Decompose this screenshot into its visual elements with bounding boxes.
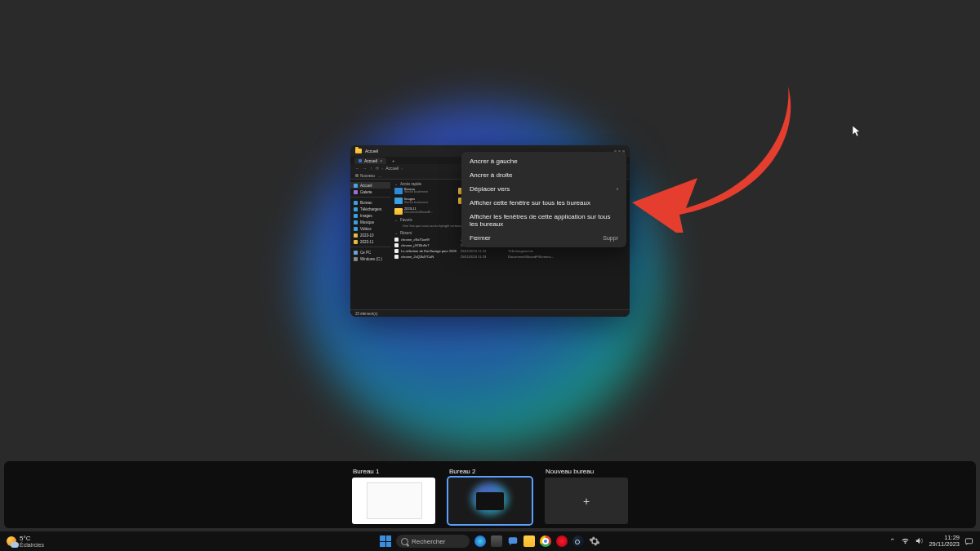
menu-label: Fermer [470, 234, 491, 242]
sidebar-item[interactable]: Accueil [350, 182, 390, 189]
sidebar-icon [354, 201, 358, 205]
sidebar-item[interactable]: Téléchargem. [350, 206, 390, 212]
sidebar-item[interactable]: Windows (C:) [350, 256, 390, 262]
context-menu-item[interactable]: Ancrer à droite [461, 168, 626, 182]
desktop-slot-2[interactable]: Bureau 2 [448, 468, 532, 524]
file-icon [394, 243, 399, 247]
tray-overflow-icon[interactable]: ⌃ [889, 537, 896, 545]
path-segment[interactable]: Accueil [385, 166, 399, 171]
file-location: Documents\SharedF\Screens… [508, 255, 626, 259]
sidebar-item[interactable]: Musique [350, 219, 390, 225]
sidebar-item[interactable]: Images [350, 212, 390, 219]
sidebar-label: Galerie [360, 190, 372, 194]
taskbar-search[interactable]: Rechercher [396, 535, 470, 548]
sidebar-icon [354, 190, 358, 194]
sidebar-label: Bureau [360, 201, 372, 205]
new-button[interactable]: Nouveau [355, 174, 375, 178]
context-menu-item[interactable]: Ancrer à gauche [461, 154, 626, 168]
context-menu-item[interactable]: Afficher les fenêtres de cette applicati… [461, 210, 626, 231]
context-menu-item[interactable]: Déplacer vers› [461, 182, 626, 196]
steam-icon[interactable] [572, 535, 584, 547]
context-menu-item[interactable]: Afficher cette fenêtre sur tous les bure… [461, 196, 626, 210]
menu-label: Afficher les fenêtres de cette applicati… [470, 213, 618, 228]
desktop-label: Bureau 2 [448, 468, 532, 475]
new-desktop-button[interactable]: + [545, 478, 628, 524]
sidebar-label: Images [360, 214, 372, 218]
recent-item[interactable]: chrome_2sQ2k4YCaN29/11/2023 11:23Documen… [394, 254, 626, 260]
menu-label: Ancrer à gauche [470, 158, 518, 165]
sidebar-label: Ce PC [360, 251, 371, 255]
mouse-cursor [853, 126, 861, 137]
volume-icon[interactable] [915, 536, 924, 547]
file-icon [394, 249, 399, 253]
folder-icon [394, 188, 403, 194]
sidebar-item[interactable]: 2023-11 [350, 238, 390, 245]
sidebar-item[interactable]: Vidéos [350, 225, 390, 232]
back-button[interactable]: ← [355, 166, 359, 171]
file-date: 29/11/2023 11:24 [461, 249, 506, 253]
svg-rect-1 [965, 538, 972, 543]
desktop-slot-new[interactable]: Nouveau bureau + [545, 468, 628, 524]
menu-hint: › [617, 186, 618, 192]
taskbar[interactable]: 5°C Éclaircies Rechercher ⌃ 11:29 [0, 531, 980, 551]
section-title: Favoris [400, 218, 412, 222]
caret-icon: ⌄ [394, 182, 398, 186]
file-icon [394, 238, 399, 242]
forward-button[interactable]: → [363, 166, 367, 171]
file-icon [394, 255, 399, 259]
sidebar-label: Windows (C:) [360, 257, 382, 261]
refresh-button[interactable]: ⟳ [376, 166, 379, 171]
weather-widget[interactable]: 5°C Éclaircies [7, 535, 105, 548]
start-button[interactable] [380, 535, 391, 547]
search-placeholder: Rechercher [412, 538, 445, 545]
sidebar-divider [350, 247, 390, 247]
taskbar-clock[interactable]: 11:29 29/11/2023 [929, 535, 960, 548]
item-sub: Documents\SharedF… [404, 211, 434, 215]
caret-icon: ⌄ [394, 218, 398, 222]
chat-icon[interactable] [507, 535, 519, 547]
section-title: Récent [400, 231, 412, 235]
weather-temp: 5°C [20, 535, 44, 542]
sidebar-label: Musique [360, 220, 374, 224]
explorer-tab[interactable]: Accueil × [354, 158, 386, 164]
taskbar-pinned [474, 535, 600, 547]
chrome-icon[interactable] [540, 535, 551, 547]
svg-rect-0 [509, 537, 518, 544]
quick-access-item[interactable]: BureauStocké localement [394, 188, 456, 194]
sidebar-icon [354, 220, 358, 224]
desktop-slot-1[interactable]: Bureau 1 [352, 468, 435, 524]
sidebar-item[interactable]: Ce PC [350, 249, 390, 256]
file-explorer-icon[interactable] [523, 535, 535, 547]
menu-label: Ancrer à droite [470, 171, 512, 179]
sidebar-label: Vidéos [360, 227, 372, 231]
sidebar-item[interactable]: 2023-10 [350, 232, 390, 238]
desktop-thumbnail[interactable] [352, 478, 435, 524]
sidebar-label: 2023-10 [360, 233, 374, 238]
context-menu-item[interactable]: FermerSuppr [461, 231, 626, 245]
wifi-icon[interactable] [901, 536, 910, 547]
tab-close-icon[interactable]: × [380, 158, 382, 163]
quick-access-item[interactable]: 2023-11Documents\SharedF… [394, 207, 456, 214]
sidebar-label: Téléchargem. [360, 207, 383, 211]
quick-access-item[interactable]: ImagesStocké localement [394, 198, 456, 204]
task-view-icon[interactable] [491, 535, 502, 547]
up-button[interactable]: ↑ [370, 166, 372, 171]
system-tray[interactable]: ⌃ 11:29 29/11/2023 [889, 535, 973, 548]
desktop-thumbnail-active[interactable] [448, 478, 532, 524]
sidebar-icon [354, 227, 358, 231]
settings-icon[interactable] [589, 535, 600, 547]
toolbar-overflow[interactable]: … [378, 174, 382, 178]
sidebar-item[interactable]: Galerie [350, 189, 390, 195]
explorer-sidebar: AccueilGalerie BureauTéléchargem.ImagesM… [350, 180, 390, 309]
recent-item[interactable]: La sélection de DocSavage pour 202329/11… [394, 248, 626, 254]
window-context-menu[interactable]: Ancrer à gaucheAncrer à droiteDéplacer v… [461, 152, 626, 247]
file-name: chrome_cNxT5xe9f [401, 238, 458, 242]
new-tab-button[interactable]: + [390, 158, 398, 163]
copilot-icon[interactable] [474, 535, 486, 547]
sidebar-divider [350, 197, 390, 198]
opera-icon[interactable] [556, 535, 568, 547]
caret-icon: ⌄ [394, 231, 398, 235]
virtual-desktops-bar[interactable]: Bureau 1 Bureau 2 Nouveau bureau + [4, 461, 976, 528]
sidebar-item[interactable]: Bureau [350, 199, 390, 206]
notifications-icon[interactable] [964, 537, 973, 546]
